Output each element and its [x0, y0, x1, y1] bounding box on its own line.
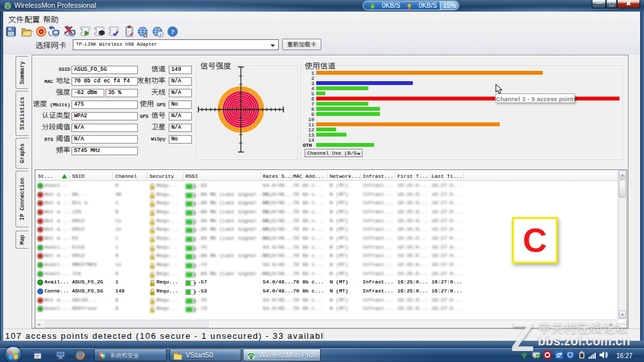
svg-text:?: ? [171, 28, 175, 35]
svg-text:i: i [160, 32, 161, 37]
